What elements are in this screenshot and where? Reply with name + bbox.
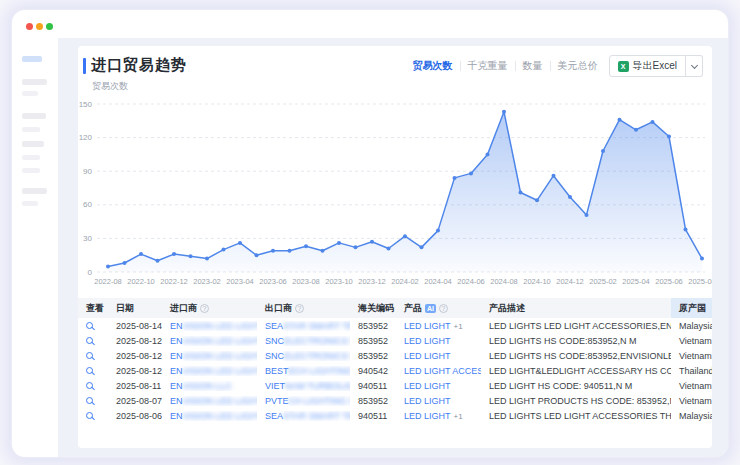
sidebar-item[interactable] — [22, 127, 40, 132]
svg-text:2025-08: 2025-08 — [688, 277, 712, 286]
table-row: 2025-08-07 ENVISION LED LIGHTING L.. PVT… — [78, 393, 712, 408]
svg-text:2024-02: 2024-02 — [391, 277, 419, 286]
importer-link[interactable]: ENVISION LED LIGHTING L.. — [162, 336, 257, 346]
date-cell: 2025-08-11 — [108, 381, 162, 391]
view-detail-search-icon[interactable] — [86, 337, 93, 344]
col-header-importer[interactable]: 进口商? — [162, 302, 257, 315]
page-title: 进口贸易趋势 — [91, 56, 187, 75]
sidebar-item[interactable] — [22, 113, 46, 119]
product-link[interactable]: LED LIGHT+1 — [396, 321, 481, 331]
sidebar-item[interactable] — [22, 201, 38, 206]
svg-text:2023-10: 2023-10 — [325, 277, 353, 286]
shipments-table: 查看 日期 进口商? 出口商? 海关编码 产品AI? 产品描述 原产国 2025… — [78, 298, 712, 423]
importer-link[interactable]: ENVISION LLC — [162, 381, 257, 391]
info-icon[interactable]: ? — [200, 304, 209, 313]
tab-divider — [550, 61, 551, 71]
view-detail-search-icon[interactable] — [86, 412, 93, 419]
info-icon[interactable]: ? — [295, 304, 304, 313]
info-icon[interactable]: ? — [439, 304, 448, 313]
svg-text:2024-12: 2024-12 — [556, 277, 584, 286]
product-link[interactable]: LED LIGHT — [396, 336, 481, 346]
table-row: 2025-08-14 ENVISION LED LIGHTING L.. SEA… — [78, 318, 712, 333]
date-cell: 2025-08-12 — [108, 366, 162, 376]
tab-kg-weight[interactable]: 千克重量 — [468, 59, 508, 73]
sidebar-item-active[interactable] — [22, 56, 42, 62]
col-header-product[interactable]: 产品AI? — [396, 302, 481, 315]
view-detail-search-icon[interactable] — [86, 382, 93, 389]
svg-text:2023-06: 2023-06 — [259, 277, 287, 286]
origin-cell: Malaysia — [671, 321, 712, 331]
tab-usd-total[interactable]: 美元总价 — [558, 59, 598, 73]
sidebar-item[interactable] — [22, 155, 40, 160]
origin-cell: Vietnam — [671, 396, 712, 406]
exporter-link[interactable]: SNCELECTRONICS VIET... — [257, 336, 350, 346]
table-row: 2025-08-12 ENVISION LED LIGHTING L.. SNC… — [78, 348, 712, 363]
col-header-hs-code[interactable]: 海关编码 — [350, 302, 396, 315]
exporter-link[interactable]: SEASTAR SMART TECH ... — [257, 411, 350, 421]
date-cell: 2025-08-07 — [108, 396, 162, 406]
main-content: 进口贸易趋势 贸易次数 千克重量 数量 美元总价 X 导出Excel — [58, 38, 728, 457]
view-detail-search-icon[interactable] — [86, 367, 93, 374]
product-link[interactable]: LED LIGHT — [396, 396, 481, 406]
description-cell: LED LIGHT PRODUCTS HS CODE: 853952,NUWAT… — [481, 396, 671, 406]
description-cell: LED LIGHTS LED LIGHT ACCESSORIES,ENVISIO… — [481, 321, 671, 331]
view-detail-search-icon[interactable] — [86, 352, 93, 359]
col-header-view[interactable]: 查看 — [78, 302, 108, 315]
product-link[interactable]: LED LIGHT+1 — [396, 411, 481, 421]
importer-link[interactable]: ENVISION LED LIGHTING L.. — [162, 411, 257, 421]
product-link[interactable]: LED LIGHT — [396, 351, 481, 361]
col-header-description[interactable]: 产品描述 — [481, 302, 671, 315]
export-options-button[interactable] — [686, 55, 703, 77]
origin-cell: Vietnam — [671, 381, 712, 391]
exporter-link[interactable]: SEASTAR SMART TECH ... — [257, 321, 350, 331]
sidebar-item[interactable] — [22, 79, 47, 85]
description-cell: LED LIGHT HS CODE: 940511,N M — [481, 381, 671, 391]
sidebar-item[interactable] — [22, 91, 38, 96]
sidebar-item[interactable] — [22, 141, 44, 147]
svg-text:2024-10: 2024-10 — [523, 277, 551, 286]
product-link[interactable]: LED LIGHT ACCESSORY — [396, 366, 481, 376]
svg-text:2024-04: 2024-04 — [424, 277, 452, 286]
hs-code-cell: 853952 — [350, 321, 396, 331]
svg-text:2025-04: 2025-04 — [622, 277, 650, 286]
exporter-link[interactable]: VIETNAM TURBOLIGHT — [257, 381, 350, 391]
product-link[interactable]: LED LIGHT — [396, 381, 481, 391]
svg-text:2024-06: 2024-06 — [457, 277, 485, 286]
date-cell: 2025-08-12 — [108, 336, 162, 346]
browser-window: 进口贸易趋势 贸易次数 千克重量 数量 美元总价 X 导出Excel — [12, 10, 728, 457]
svg-text:90: 90 — [83, 167, 92, 176]
importer-link[interactable]: ENVISION LED LIGHTING L.. — [162, 351, 257, 361]
hs-code-cell: 853952 — [350, 351, 396, 361]
table-row: 2025-08-12 ENVISION LED LIGHTING L.. SNC… — [78, 333, 712, 348]
view-detail-search-icon[interactable] — [86, 322, 93, 329]
view-detail-search-icon[interactable] — [86, 397, 93, 404]
tab-quantity[interactable]: 数量 — [523, 59, 543, 73]
table-row: 2025-08-06 ENVISION LED LIGHTING L.. SEA… — [78, 408, 712, 423]
trend-chart[interactable]: 03060901201502022-082022-102022-122023-0… — [78, 92, 712, 292]
col-header-origin[interactable]: 原产国 — [671, 298, 712, 318]
importer-link[interactable]: ENVISION LED LIGHTING L.. — [162, 366, 257, 376]
exporter-link[interactable]: BESTECH LIGHTINGTHA... — [257, 366, 350, 376]
svg-text:30: 30 — [83, 234, 92, 243]
ai-badge: AI — [425, 304, 436, 313]
svg-text:2022-12: 2022-12 — [160, 277, 188, 286]
importer-link[interactable]: ENVISION LED LIGHTING L.. — [162, 321, 257, 331]
sidebar-item[interactable] — [22, 188, 47, 194]
table-row: 2025-08-12 ENVISION LED LIGHTING L.. BES… — [78, 363, 712, 378]
hs-code-cell: 940511 — [350, 381, 396, 391]
exporter-link[interactable]: SNCELECTRONICS VIET... — [257, 351, 350, 361]
svg-text:2023-08: 2023-08 — [292, 277, 320, 286]
importer-link[interactable]: ENVISION LED LIGHTING L.. — [162, 396, 257, 406]
chevron-down-icon — [690, 61, 697, 68]
tab-trade-count[interactable]: 贸易次数 — [413, 59, 453, 73]
table-header-row: 查看 日期 进口商? 出口商? 海关编码 产品AI? 产品描述 原产国 — [78, 298, 712, 318]
origin-cell: Vietnam — [671, 336, 712, 346]
svg-text:2023-12: 2023-12 — [358, 277, 386, 286]
col-header-exporter[interactable]: 出口商? — [257, 302, 350, 315]
exporter-link[interactable]: PVTECH LIGHTING SW VI... — [257, 396, 350, 406]
svg-text:120: 120 — [79, 133, 93, 142]
origin-cell: Thailand — [671, 366, 712, 376]
col-header-date[interactable]: 日期 — [108, 302, 162, 315]
export-excel-button[interactable]: X 导出Excel — [609, 55, 686, 77]
sidebar-item[interactable] — [22, 168, 40, 173]
